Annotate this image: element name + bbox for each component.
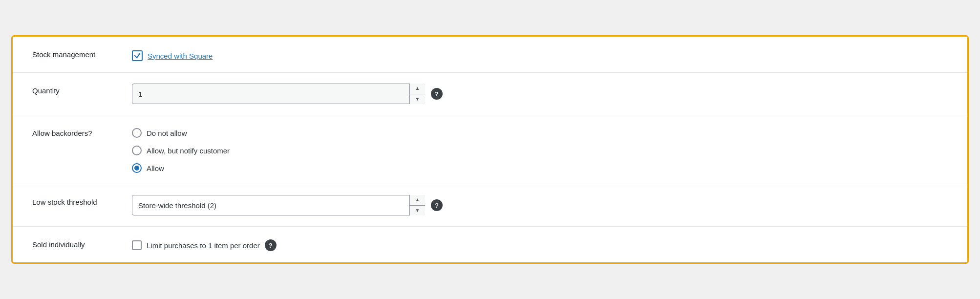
threshold-spinner: ▲ ▼	[409, 195, 425, 215]
allow-backorders-label: Allow backorders?	[13, 115, 120, 184]
backorders-radio-group: Do not allow Allow, but notify customer …	[132, 126, 956, 173]
sold-individually-text: Limit purchases to 1 item per order	[147, 241, 260, 250]
quantity-label: Quantity	[13, 73, 120, 115]
low-stock-threshold-field: ▲ ▼ ?	[120, 184, 967, 227]
sold-individually-container: Limit purchases to 1 item per order ?	[132, 237, 956, 251]
quantity-input[interactable]	[132, 84, 425, 104]
radio-allow-notify-label: Allow, but notify customer	[147, 147, 230, 155]
stock-management-field: Synced with Square	[120, 37, 967, 73]
sync-with-square-link[interactable]: Synced with Square	[148, 52, 213, 60]
quantity-row: Quantity ▲ ▼ ?	[13, 73, 967, 115]
sync-link-container: Synced with Square	[132, 47, 956, 61]
inventory-form: Stock management Synced with Square Quan…	[11, 35, 969, 264]
allow-backorders-row: Allow backorders? Do not allow Allow, bu…	[13, 115, 967, 184]
quantity-field: ▲ ▼ ?	[120, 73, 967, 115]
radio-allow-notify[interactable]	[132, 146, 142, 155]
radio-do-not-allow-label: Do not allow	[147, 129, 187, 137]
sold-individually-row: Sold individually Limit purchases to 1 i…	[13, 227, 967, 263]
sold-individually-help-icon[interactable]: ?	[265, 239, 277, 251]
form-table: Stock management Synced with Square Quan…	[13, 37, 967, 262]
backorders-option-do-not-allow[interactable]: Do not allow	[132, 128, 956, 138]
low-stock-threshold-label: Low stock threshold	[13, 184, 120, 227]
stock-management-checkbox[interactable]	[132, 50, 143, 61]
threshold-input-wrapper: ▲ ▼	[132, 195, 425, 215]
backorders-option-allow[interactable]: Allow	[132, 163, 956, 173]
radio-do-not-allow[interactable]	[132, 128, 142, 138]
quantity-increment-button[interactable]: ▲	[410, 84, 425, 94]
quantity-container: ▲ ▼ ?	[132, 84, 956, 104]
threshold-help-icon[interactable]: ?	[431, 199, 443, 211]
stock-management-label: Stock management	[13, 37, 120, 73]
checkbox-check-icon	[134, 52, 141, 59]
threshold-decrement-button[interactable]: ▼	[410, 206, 425, 216]
sold-individually-field: Limit purchases to 1 item per order ?	[120, 227, 967, 263]
backorders-option-allow-notify[interactable]: Allow, but notify customer	[132, 146, 956, 155]
radio-allow-label: Allow	[147, 164, 164, 172]
threshold-increment-button[interactable]: ▲	[410, 195, 425, 206]
sold-individually-checkbox[interactable]	[132, 240, 142, 250]
allow-backorders-field: Do not allow Allow, but notify customer …	[120, 115, 967, 184]
quantity-spinner: ▲ ▼	[409, 84, 425, 104]
quantity-input-wrapper: ▲ ▼	[132, 84, 425, 104]
low-stock-threshold-input[interactable]	[132, 195, 425, 215]
quantity-decrement-button[interactable]: ▼	[410, 94, 425, 105]
radio-allow[interactable]	[132, 163, 142, 173]
threshold-container: ▲ ▼ ?	[132, 195, 956, 215]
sold-individually-label: Sold individually	[13, 227, 120, 263]
low-stock-threshold-row: Low stock threshold ▲ ▼ ?	[13, 184, 967, 227]
quantity-help-icon[interactable]: ?	[431, 88, 443, 100]
stock-management-row: Stock management Synced with Square	[13, 37, 967, 73]
